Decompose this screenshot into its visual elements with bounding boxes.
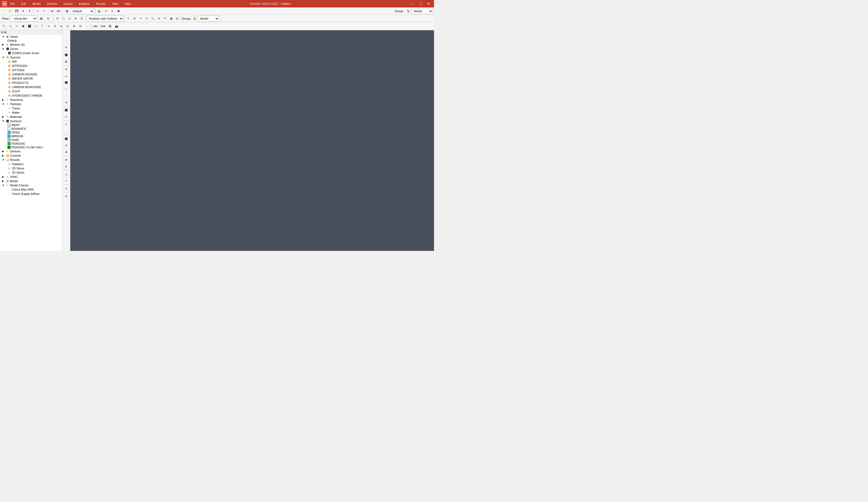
tree-results[interactable]: ▼ 📊 Results — [0, 158, 62, 162]
export-button[interactable]: ⬇ — [27, 8, 32, 14]
pause-button[interactable]: ⏸ — [109, 8, 115, 14]
vtool-gear-plus[interactable]: ⚙ — [63, 142, 70, 149]
vtool-block-1[interactable]: ⬛ — [63, 79, 70, 86]
move-mode-btn[interactable]: ✦ — [138, 16, 144, 21]
close-button[interactable]: ✕ — [425, 1, 432, 6]
tree-periodic-flow[interactable]: PERIODIC FLOW ONLY — [0, 145, 62, 149]
menu-output[interactable]: Output — [63, 2, 73, 6]
rotate-mode-btn[interactable]: ⊕ — [132, 16, 137, 21]
tb-cam-btn[interactable]: 📷 — [114, 23, 120, 29]
render-mode-dropdown[interactable]: Realistic with Outlines — [86, 16, 124, 21]
vtool-letter-d[interactable]: D — [63, 163, 70, 170]
default-dropdown[interactable]: Default — [70, 8, 94, 14]
tree-nitrogen[interactable]: 🔥 NITROGEN — [0, 64, 62, 68]
tree-inert[interactable]: INERT — [0, 123, 62, 127]
collapse-all-btn[interactable]: ⊟ — [1, 31, 3, 34]
floor-btn1[interactable]: ▦ — [38, 16, 44, 21]
tree-air[interactable]: 🔥 AIR — [0, 59, 62, 64]
floor-dropdown[interactable]: <Show All> — [11, 16, 37, 21]
new-button[interactable]: 📄 — [1, 8, 7, 14]
zoom-mode-btn[interactable]: 🔍 — [150, 16, 156, 21]
maximize-button[interactable]: □ — [418, 1, 423, 6]
tree-open[interactable]: OPEN — [0, 131, 62, 134]
vtool-letter-n[interactable]: N — [63, 157, 70, 163]
menu-file[interactable]: File — [9, 2, 16, 6]
tree-species[interactable]: ▼ 🔥 Species — [0, 55, 62, 59]
tree-tracer[interactable]: ✦ Tracer — [0, 106, 62, 110]
open-button[interactable]: 📂 — [8, 8, 13, 14]
expand-all-btn[interactable]: ⊞ — [4, 31, 6, 34]
tree-materials[interactable]: ▶ 🔧 Materials — [0, 115, 62, 119]
tree-soot[interactable]: 🔥 SOOT — [0, 89, 62, 93]
tb-btn-2[interactable]: 🔨 — [8, 23, 13, 29]
viewport-canvas[interactable]: Y X — [70, 30, 434, 251]
vtool-block-2[interactable]: ⊡ — [63, 86, 70, 92]
tree-reactions[interactable]: ▶ ⚙ Reactions — [0, 98, 62, 102]
menu-devices[interactable]: Devices — [46, 2, 58, 6]
tb-btn-7[interactable]: T — [39, 23, 45, 29]
tree-3d-slices[interactable]: ⊟ 3D Slices — [0, 170, 62, 175]
tb-btn-14[interactable]: ⬦ — [84, 23, 90, 29]
vtool-fire[interactable]: ⬛ — [63, 107, 70, 113]
copy-btn[interactable]: ⧉ — [54, 16, 60, 21]
tb-img-btn[interactable]: 🖼 — [107, 23, 113, 29]
tree-periodic[interactable]: PERIODIC — [0, 142, 62, 145]
tb-btn-11[interactable]: ⊡ — [65, 23, 71, 29]
floor-btn2[interactable]: ⊕ — [45, 16, 51, 21]
vtool-vent[interactable]: TO — [63, 114, 70, 120]
vtool-measure[interactable]: ⊞ — [63, 193, 70, 199]
tb-cad-btn[interactable]: CAD — [100, 23, 107, 29]
tree-water-vapor[interactable]: 🔥 WATER VAPOR — [0, 77, 62, 81]
tree-hvac[interactable]: ▶ 🔧 HVAC — [0, 175, 62, 179]
pan-mode-btn[interactable]: ✛ — [144, 16, 149, 21]
menu-edit[interactable]: Edit — [20, 2, 27, 6]
copy2-btn[interactable]: ⊡ — [66, 16, 72, 21]
vtool-3d-move[interactable]: ⊕ — [63, 44, 70, 50]
run-button[interactable]: ▶ — [96, 8, 102, 14]
tree-model-checks[interactable]: ▼ ⚙ Model Checks — [0, 183, 62, 188]
tb-btn-1[interactable]: 🔧 — [1, 23, 7, 29]
vtool-small-dot[interactable]: · — [63, 128, 70, 134]
tree-mirror[interactable]: MIRROR — [0, 134, 62, 138]
vtool-cube[interactable]: ⬛ — [63, 52, 70, 58]
vtool-purple-1[interactable]: ⬛ — [63, 135, 70, 142]
save-button[interactable]: 💾 — [14, 8, 20, 14]
menu-results[interactable]: Results — [95, 2, 107, 6]
menu-view[interactable]: View — [111, 2, 120, 6]
view-grid-button[interactable]: ▦ — [64, 8, 70, 14]
st-button[interactable]: ST — [49, 8, 55, 14]
tree-oxygen[interactable]: 🔥 OXYGEN — [0, 68, 62, 72]
tree-particles[interactable]: ▼ ✦ Particles — [0, 102, 62, 106]
tree-check-supply[interactable]: ✓ Check Supply Airflow — [0, 192, 62, 196]
tree-meshes[interactable]: ▶ ⊞ Meshes (0) — [0, 42, 62, 47]
tree-co2[interactable]: 🔥 CARBON DIOXIDE — [0, 72, 62, 77]
tb-btn-5[interactable]: ⬛ — [27, 23, 32, 29]
tb-btn-12[interactable]: ⊞ — [71, 23, 77, 29]
vtool-plus-dot[interactable]: ✦ — [63, 121, 70, 128]
run-options[interactable]: ▾ — [103, 8, 109, 14]
tree-adiabatic[interactable]: ADIABATIC — [0, 127, 62, 131]
tb-btn-10[interactable]: ◈ — [58, 23, 64, 29]
dh-button[interactable]: DH — [56, 8, 62, 14]
tree-hcn[interactable]: 🔥 HYDROGEN CYANIDE — [0, 93, 62, 98]
group-dropdown[interactable]: Model — [412, 8, 433, 14]
vtool-pencil[interactable]: ✏ — [63, 178, 70, 184]
tb-btn-4[interactable]: ⬟ — [20, 23, 26, 29]
grid-btn[interactable]: ⊞ — [174, 16, 180, 21]
tree-2d-slices[interactable]: ⊞ 2D Slices — [0, 166, 62, 170]
tree-water[interactable]: ✦ Water — [0, 110, 62, 115]
vtool-slab[interactable]: — — [63, 93, 70, 99]
menu-model[interactable]: Model — [32, 2, 42, 6]
tree-zone0[interactable]: ⬛ ZONE0 (Outer Zone) — [0, 51, 62, 55]
tb-btn-3[interactable]: ✂ — [14, 23, 20, 29]
tree-surfaces[interactable]: ▼ ⬛ Surfaces — [0, 119, 62, 123]
menu-help[interactable]: Help — [124, 2, 132, 6]
vtool-wall-2[interactable]: ▬ — [63, 73, 70, 79]
tree-devices[interactable]: ▶ ⚙ Devices — [0, 149, 62, 153]
undo-button[interactable]: ↩ — [35, 8, 41, 14]
vtool-up[interactable]: ↑ — [63, 31, 70, 37]
tb-lbl-btn[interactable]: LBL — [92, 23, 99, 29]
tb-btn-13[interactable]: ⊟ — [78, 23, 83, 29]
orbit-btn[interactable]: ⊚ — [156, 16, 162, 21]
minimize-button[interactable]: — — [409, 1, 416, 6]
